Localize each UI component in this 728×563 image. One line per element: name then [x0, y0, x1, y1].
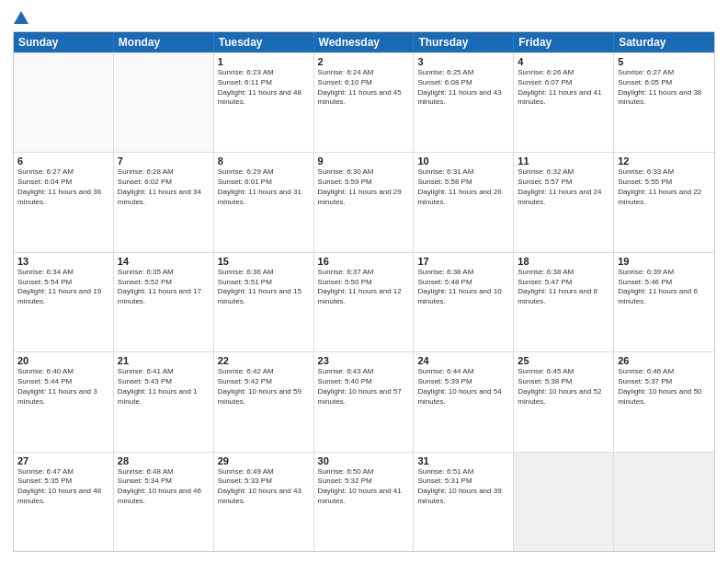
day-number: 6	[17, 155, 109, 167]
cell-info: Sunrise: 6:25 AMSunset: 6:08 PMDaylight:…	[417, 68, 509, 108]
cell-info: Sunrise: 6:30 AMSunset: 5:59 PMDaylight:…	[318, 167, 410, 207]
cell-info: Sunrise: 6:39 AMSunset: 5:46 PMDaylight:…	[618, 268, 711, 307]
calendar-cell: 8Sunrise: 6:29 AMSunset: 6:01 PMDaylight…	[214, 153, 314, 251]
page: SundayMondayTuesdayWednesdayThursdayFrid…	[0, 0, 728, 563]
calendar-row: 20Sunrise: 6:40 AMSunset: 5:44 PMDayligh…	[14, 351, 714, 451]
calendar-cell: 23Sunrise: 6:43 AMSunset: 5:40 PMDayligh…	[314, 352, 415, 451]
day-number: 10	[417, 155, 509, 167]
cell-info: Sunrise: 6:23 AMSunset: 6:11 PMDaylight:…	[218, 68, 310, 108]
cell-info: Sunrise: 6:50 AMSunset: 5:32 PMDaylight:…	[318, 467, 410, 507]
day-number: 9	[318, 155, 410, 167]
cell-info: Sunrise: 6:31 AMSunset: 5:58 PMDaylight:…	[417, 167, 509, 207]
calendar-cell: 27Sunrise: 6:47 AMSunset: 5:35 PMDayligh…	[14, 453, 114, 551]
calendar-header-cell: Saturday	[614, 32, 714, 52]
day-number: 15	[218, 256, 310, 267]
cell-info: Sunrise: 6:38 AMSunset: 5:47 PMDaylight:…	[518, 268, 609, 307]
day-number: 22	[218, 355, 310, 366]
day-number: 23	[318, 355, 410, 366]
calendar-cell: 29Sunrise: 6:49 AMSunset: 5:33 PMDayligh…	[214, 453, 314, 551]
calendar-cell: 24Sunrise: 6:44 AMSunset: 5:39 PMDayligh…	[414, 352, 514, 451]
calendar-cell	[14, 53, 114, 152]
cell-info: Sunrise: 6:35 AMSunset: 5:52 PMDaylight:…	[118, 268, 210, 307]
calendar-cell: 13Sunrise: 6:34 AMSunset: 5:54 PMDayligh…	[14, 253, 114, 351]
cell-info: Sunrise: 6:33 AMSunset: 5:55 PMDaylight:…	[618, 167, 711, 207]
cell-info: Sunrise: 6:38 AMSunset: 5:48 PMDaylight:…	[417, 268, 509, 307]
day-number: 25	[518, 355, 609, 366]
calendar-row: 13Sunrise: 6:34 AMSunset: 5:54 PMDayligh…	[14, 252, 714, 351]
calendar: SundayMondayTuesdayWednesdayThursdayFrid…	[13, 31, 715, 552]
calendar-cell: 14Sunrise: 6:35 AMSunset: 5:52 PMDayligh…	[114, 253, 214, 351]
calendar-cell: 18Sunrise: 6:38 AMSunset: 5:47 PMDayligh…	[514, 253, 614, 351]
calendar-cell: 11Sunrise: 6:32 AMSunset: 5:57 PMDayligh…	[514, 153, 614, 251]
day-number: 29	[218, 455, 310, 466]
calendar-header-cell: Friday	[514, 32, 614, 52]
day-number: 31	[417, 455, 509, 466]
day-number: 3	[417, 56, 509, 67]
cell-info: Sunrise: 6:32 AMSunset: 5:57 PMDaylight:…	[518, 167, 609, 207]
cell-info: Sunrise: 6:46 AMSunset: 5:37 PMDaylight:…	[618, 367, 711, 407]
cell-info: Sunrise: 6:40 AMSunset: 5:44 PMDaylight:…	[17, 367, 109, 407]
calendar-cell: 3Sunrise: 6:25 AMSunset: 6:08 PMDaylight…	[414, 53, 514, 152]
day-number: 13	[17, 256, 109, 267]
header	[13, 11, 715, 24]
calendar-cell: 2Sunrise: 6:24 AMSunset: 6:10 PMDaylight…	[314, 53, 415, 152]
calendar-cell: 31Sunrise: 6:51 AMSunset: 5:31 PMDayligh…	[414, 453, 514, 551]
day-number: 26	[618, 355, 711, 366]
day-number: 14	[118, 256, 210, 267]
day-number: 11	[518, 155, 609, 167]
calendar-cell: 15Sunrise: 6:36 AMSunset: 5:51 PMDayligh…	[214, 253, 314, 351]
calendar-cell: 30Sunrise: 6:50 AMSunset: 5:32 PMDayligh…	[314, 453, 415, 551]
cell-info: Sunrise: 6:43 AMSunset: 5:40 PMDaylight:…	[318, 367, 410, 407]
calendar-cell: 28Sunrise: 6:48 AMSunset: 5:34 PMDayligh…	[114, 453, 214, 551]
day-number: 24	[417, 355, 509, 366]
cell-info: Sunrise: 6:44 AMSunset: 5:39 PMDaylight:…	[417, 367, 509, 407]
day-number: 21	[118, 355, 210, 366]
calendar-header: SundayMondayTuesdayWednesdayThursdayFrid…	[14, 32, 714, 52]
day-number: 4	[518, 56, 609, 67]
calendar-cell: 22Sunrise: 6:42 AMSunset: 5:42 PMDayligh…	[214, 352, 314, 451]
logo-triangle-icon	[14, 11, 28, 24]
calendar-cell: 4Sunrise: 6:26 AMSunset: 6:07 PMDaylight…	[514, 53, 614, 152]
calendar-cell: 6Sunrise: 6:27 AMSunset: 6:04 PMDaylight…	[14, 153, 114, 251]
day-number: 28	[118, 455, 210, 466]
cell-info: Sunrise: 6:24 AMSunset: 6:10 PMDaylight:…	[318, 68, 410, 108]
calendar-cell: 7Sunrise: 6:28 AMSunset: 6:02 PMDaylight…	[114, 153, 214, 251]
calendar-header-cell: Sunday	[14, 32, 114, 52]
calendar-cell: 26Sunrise: 6:46 AMSunset: 5:37 PMDayligh…	[614, 352, 714, 451]
calendar-cell	[114, 53, 214, 152]
logo	[13, 11, 29, 24]
calendar-cell: 5Sunrise: 6:27 AMSunset: 6:05 PMDaylight…	[614, 53, 714, 152]
day-number: 17	[417, 256, 509, 267]
cell-info: Sunrise: 6:49 AMSunset: 5:33 PMDaylight:…	[218, 467, 310, 507]
logo-text	[13, 11, 29, 24]
cell-info: Sunrise: 6:27 AMSunset: 6:04 PMDaylight:…	[17, 167, 109, 207]
cell-info: Sunrise: 6:45 AMSunset: 5:38 PMDaylight:…	[518, 367, 609, 407]
calendar-body: 1Sunrise: 6:23 AMSunset: 6:11 PMDaylight…	[14, 52, 714, 551]
svg-marker-0	[14, 11, 28, 24]
calendar-cell: 9Sunrise: 6:30 AMSunset: 5:59 PMDaylight…	[314, 153, 415, 251]
calendar-header-cell: Monday	[114, 32, 214, 52]
calendar-cell: 20Sunrise: 6:40 AMSunset: 5:44 PMDayligh…	[14, 352, 114, 451]
calendar-cell: 12Sunrise: 6:33 AMSunset: 5:55 PMDayligh…	[614, 153, 714, 251]
day-number: 18	[518, 256, 609, 267]
calendar-row: 27Sunrise: 6:47 AMSunset: 5:35 PMDayligh…	[14, 452, 714, 551]
cell-info: Sunrise: 6:36 AMSunset: 5:51 PMDaylight:…	[218, 268, 310, 307]
calendar-row: 1Sunrise: 6:23 AMSunset: 6:11 PMDaylight…	[14, 52, 714, 152]
cell-info: Sunrise: 6:27 AMSunset: 6:05 PMDaylight:…	[618, 68, 711, 108]
cell-info: Sunrise: 6:47 AMSunset: 5:35 PMDaylight:…	[17, 467, 109, 507]
day-number: 7	[118, 155, 210, 167]
day-number: 8	[218, 155, 310, 167]
cell-info: Sunrise: 6:29 AMSunset: 6:01 PMDaylight:…	[218, 167, 310, 207]
calendar-cell: 17Sunrise: 6:38 AMSunset: 5:48 PMDayligh…	[414, 253, 514, 351]
day-number: 27	[17, 455, 109, 466]
calendar-cell: 19Sunrise: 6:39 AMSunset: 5:46 PMDayligh…	[614, 253, 714, 351]
day-number: 1	[218, 56, 310, 67]
calendar-row: 6Sunrise: 6:27 AMSunset: 6:04 PMDaylight…	[14, 152, 714, 251]
calendar-cell: 25Sunrise: 6:45 AMSunset: 5:38 PMDayligh…	[514, 352, 614, 451]
calendar-header-cell: Wednesday	[314, 32, 415, 52]
day-number: 30	[318, 455, 410, 466]
cell-info: Sunrise: 6:34 AMSunset: 5:54 PMDaylight:…	[17, 268, 109, 307]
calendar-cell	[514, 453, 614, 551]
calendar-cell	[614, 453, 714, 551]
day-number: 20	[17, 355, 109, 366]
